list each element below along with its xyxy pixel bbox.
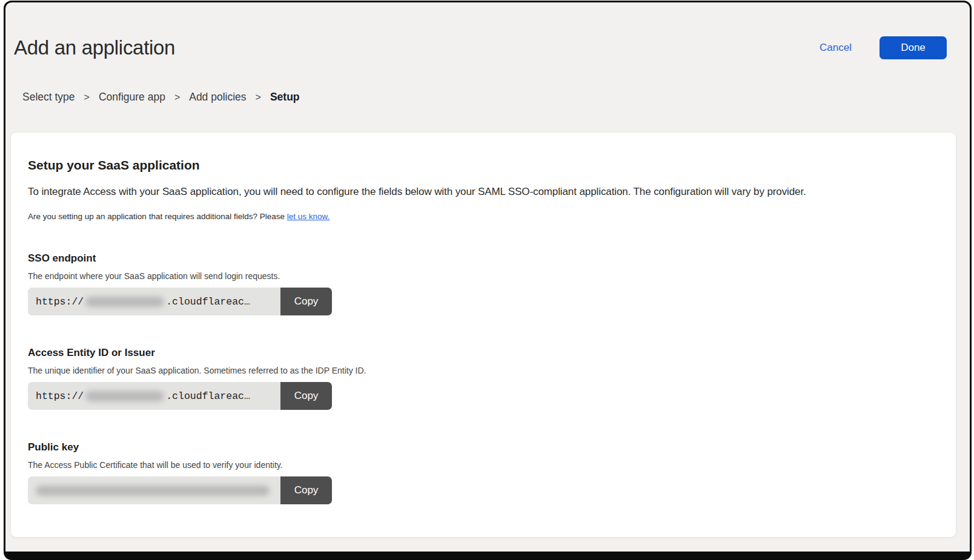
breadcrumb-step-select-type[interactable]: Select type [22, 91, 75, 104]
copy-sso-endpoint-button[interactable]: Copy [280, 288, 332, 315]
copy-public-key-button[interactable]: Copy [280, 476, 332, 504]
field-access-entity-id: Access Entity ID or Issuer The unique id… [28, 347, 939, 410]
breadcrumb-separator: > [174, 92, 180, 103]
field-label: Public key [28, 441, 939, 453]
field-public-key: Public key The Access Public Certificate… [28, 441, 939, 504]
done-button[interactable]: Done [880, 36, 947, 59]
setup-card: Setup your SaaS application To integrate… [10, 132, 956, 538]
header-actions: Cancel Done [818, 36, 947, 59]
copy-access-entity-id-button[interactable]: Copy [280, 382, 332, 410]
value-suffix: .cloudflareac… [166, 390, 250, 402]
screenshot-frame: Add an application Cancel Done Select ty… [4, 1, 972, 560]
cancel-button[interactable]: Cancel [818, 39, 853, 56]
breadcrumb-separator: > [84, 92, 90, 103]
page-header: Add an application Cancel Done [5, 2, 970, 59]
page-title: Add an application [14, 36, 175, 59]
value-prefix: https:// [36, 296, 84, 308]
value-suffix: .cloudflareac… [166, 296, 250, 308]
field-value-row: Copy [28, 476, 332, 504]
redacted-value-segment [85, 391, 164, 401]
card-heading: Setup your SaaS application [28, 158, 939, 173]
field-description: The endpoint where your SaaS application… [28, 271, 939, 281]
breadcrumb-step-add-policies[interactable]: Add policies [189, 91, 246, 104]
card-note: Are you setting up an application that r… [28, 212, 939, 221]
redacted-value-segment [36, 486, 270, 496]
breadcrumb-step-setup-current: Setup [270, 91, 300, 104]
field-sso-endpoint: SSO endpoint The endpoint where your Saa… [28, 252, 939, 315]
breadcrumb: Select type > Configure app > Add polici… [14, 91, 970, 104]
let-us-know-link[interactable]: let us know. [287, 212, 330, 221]
field-value-row: https:// .cloudflareac… Copy [28, 382, 332, 410]
field-label: SSO endpoint [28, 252, 939, 265]
value-prefix: https:// [36, 390, 84, 402]
field-label: Access Entity ID or Issuer [28, 347, 939, 359]
sso-endpoint-value[interactable]: https:// .cloudflareac… [28, 288, 280, 315]
field-description: The Access Public Certificate that will … [28, 460, 939, 470]
field-description: The unique identifier of your SaaS appli… [28, 366, 939, 375]
breadcrumb-step-configure-app[interactable]: Configure app [99, 91, 165, 104]
public-key-value[interactable] [28, 476, 280, 504]
redacted-value-segment [85, 297, 164, 307]
access-entity-id-value[interactable]: https:// .cloudflareac… [28, 382, 280, 410]
breadcrumb-separator: > [256, 92, 261, 103]
field-value-row: https:// .cloudflareac… Copy [28, 288, 332, 315]
card-intro-text: To integrate Access with your SaaS appli… [28, 186, 939, 198]
card-note-text: Are you setting up an application that r… [28, 212, 285, 221]
